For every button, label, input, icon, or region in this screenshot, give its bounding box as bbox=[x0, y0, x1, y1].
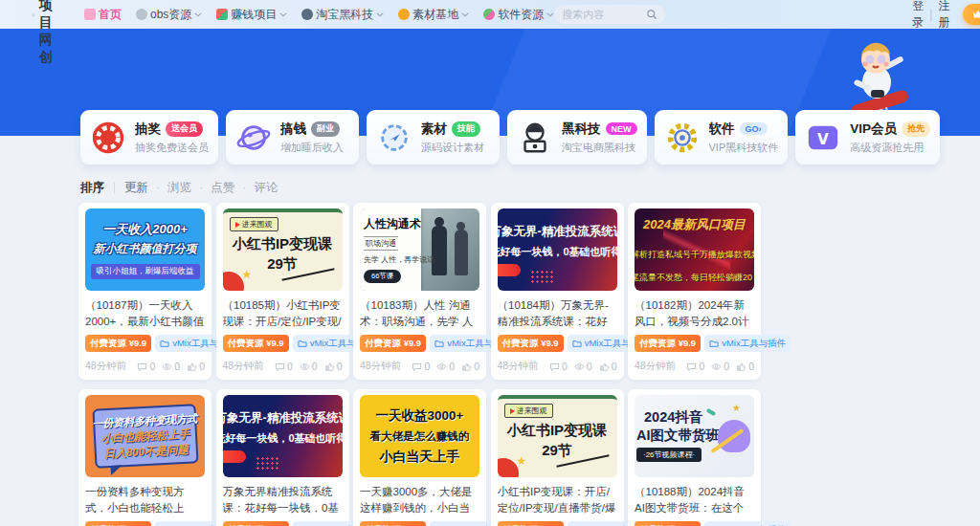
content-card[interactable]: 一天收益3000+ 看大佬是怎么赚钱的 小白当天上手 一天赚3000多，大佬是这… bbox=[353, 389, 486, 526]
eye-icon bbox=[436, 362, 447, 372]
feature-material[interactable]: 素材 技能 源码设计素材 bbox=[367, 110, 500, 164]
watch-badge: 进来围观 bbox=[504, 404, 553, 418]
card-thumbnail[interactable]: 进来围观 小红书IP变现课 29节 ★ bbox=[498, 395, 617, 477]
main-nav: 首页 obs资源 赚钱项目 淘宝黑科技 素材基地 软件资源 bbox=[84, 7, 554, 23]
feature-vip[interactable]: V VIP会员 抢先 高级资源抢先用 bbox=[795, 110, 940, 164]
sort-label: 排序 bbox=[80, 180, 104, 196]
sort-option-comments[interactable]: 评论 bbox=[234, 180, 278, 196]
nav-item-home[interactable]: 首页 bbox=[84, 7, 122, 23]
feature-title: 素材 bbox=[421, 121, 447, 138]
feature-lottery[interactable]: 抽奖 送会员 抽奖免费送会员 bbox=[80, 110, 218, 164]
chevron-down-icon bbox=[546, 12, 554, 17]
feature-badge: 技能 bbox=[452, 121, 480, 137]
card-thumbnail[interactable]: 一份资料多种变现方式 小白也能轻松上手 日入800不是问题 bbox=[85, 395, 205, 477]
nav-item-projects[interactable]: 赚钱项目 bbox=[216, 7, 287, 23]
sort-option-views[interactable]: 浏览 bbox=[148, 180, 191, 196]
nav-item-obs[interactable]: obs资源 bbox=[136, 7, 202, 23]
price-tag: 付费资源 ¥9.9 bbox=[360, 335, 426, 352]
search-input[interactable] bbox=[562, 9, 646, 20]
content-card[interactable]: 一天收入2000+ 新小红书颜值打分项 吸引小姐姐，刷爆后端收益 （10187期… bbox=[78, 203, 212, 380]
view-count: 0 bbox=[574, 361, 592, 372]
comment-count: 0 bbox=[549, 361, 568, 372]
content-card[interactable]: 人性沟通术 职场沟通 先学 人性，再学说话 66节课 （10183期）人性 沟通… bbox=[353, 203, 486, 380]
feature-title: 抽奖 bbox=[135, 121, 161, 138]
home-icon bbox=[84, 9, 96, 20]
comment-count: 0 bbox=[137, 361, 155, 372]
feature-title: 软件 bbox=[709, 121, 735, 138]
site-logo[interactable]: 小白项目网创 bbox=[32, 0, 61, 66]
nav-item-material[interactable]: 素材基地 bbox=[398, 7, 469, 23]
comment-count: 0 bbox=[412, 361, 430, 372]
card-title[interactable]: （10182期）2024年新风口，视频号分成2.0计划，多种玩… bbox=[635, 297, 754, 329]
badge-flower-icon bbox=[376, 120, 412, 156]
card-title[interactable]: 小红书IP变现课：开店/定位/IP变现/直播带货/爆款打造/涨价… bbox=[498, 484, 617, 515]
site-logo-text: 小白项目网创 bbox=[39, 0, 61, 66]
divider bbox=[114, 183, 115, 194]
feature-software[interactable]: 软件 GO› VIP黑科技软件 bbox=[655, 110, 789, 164]
content-card[interactable]: 进来围观 小红书IP变现课 29节 ★ （10185期）小红书IP变现课：开店/… bbox=[216, 203, 349, 380]
register-link[interactable]: 注册 bbox=[938, 0, 949, 31]
card-thumbnail[interactable]: 万象无界-精准投流系统课 花好每一块钱，0基础也听得懂 bbox=[223, 395, 343, 477]
feature-blacktech[interactable]: 黑科技 NEW 淘宝电商黑科技 bbox=[507, 110, 647, 164]
divider: | bbox=[929, 8, 932, 21]
planet-icon bbox=[235, 120, 272, 156]
content-card[interactable]: 2024最新风口项目 解析打造私域号千万播放爆款视频 尾流量不发愁，每日轻松躺赚… bbox=[628, 203, 761, 380]
content-card[interactable]: 万象无界-精准投流系统课 花好每一块钱，0基础也听得懂 万象无界精准投流系统课：… bbox=[216, 389, 349, 526]
search-icon[interactable] bbox=[646, 9, 657, 20]
thumb-up-icon bbox=[599, 362, 610, 372]
content-card[interactable]: 2024抖音 AI图文带货班 ·26节视频课程· ★ （10188期）2024抖… bbox=[628, 389, 761, 526]
search-box[interactable] bbox=[554, 5, 665, 24]
feature-badge: 抢先 bbox=[902, 121, 930, 137]
comment-icon bbox=[686, 362, 697, 372]
tool-tag[interactable]: vMix工具与插件 bbox=[704, 521, 791, 526]
thumb-up-icon bbox=[461, 362, 472, 372]
card-title[interactable]: （10185期）小红书IP变现课：开店/定位/IP变现/直播带货/… bbox=[223, 297, 343, 329]
content-card[interactable]: 一份资料多种变现方式 小白也能轻松上手 日入800不是问题 一份资料多种变现方式… bbox=[78, 389, 212, 526]
card-thumbnail[interactable]: 一天收益3000+ 看大佬是怎么赚钱的 小白当天上手 bbox=[360, 395, 479, 477]
feature-title: 搞钱 bbox=[280, 121, 306, 138]
content-card[interactable]: 进来围观 小红书IP变现课 29节 ★ 小红书IP变现课：开店/定位/IP变现/… bbox=[491, 389, 624, 526]
view-count: 0 bbox=[300, 361, 318, 372]
card-thumbnail[interactable]: 万象无界-精准投流系统课 花好每一块钱，0基础也听得懂 bbox=[498, 208, 617, 291]
like-count: 0 bbox=[187, 361, 205, 372]
post-time: 48分钟前 bbox=[498, 360, 539, 373]
eye-icon bbox=[300, 362, 310, 372]
login-link[interactable]: 登录 bbox=[912, 0, 924, 31]
feature-money[interactable]: 搞钱 副业 增加睡后收入 bbox=[226, 110, 359, 164]
card-title[interactable]: 万象无界精准投流系统课：花好每一块钱，0基础也听得懂（… bbox=[223, 484, 343, 515]
price-tag: 付费资源 ¥9.9 bbox=[85, 335, 151, 352]
sort-option-likes[interactable]: 点赞 bbox=[191, 180, 234, 196]
nav-item-software[interactable]: 软件资源 bbox=[483, 7, 554, 23]
thumb-up-icon bbox=[736, 362, 746, 372]
thumb-up-icon bbox=[324, 362, 335, 372]
card-thumbnail[interactable]: 一天收入2000+ 新小红书颜值打分项 吸引小姐姐，刷爆后端收益 bbox=[85, 208, 205, 291]
view-count: 0 bbox=[436, 361, 455, 372]
content-card[interactable]: 万象无界-精准投流系统课 花好每一块钱，0基础也听得懂 （10184期）万象无界… bbox=[491, 203, 624, 380]
gear-icon bbox=[664, 120, 701, 156]
card-title[interactable]: 一份资料多种变现方式，小白也能轻松上手，日入800不是问题 bbox=[85, 484, 205, 515]
chevron-down-icon bbox=[376, 12, 384, 17]
card-title[interactable]: （10187期）一天收入2000+，最新小红书颜值打分项目，吸… bbox=[85, 297, 205, 329]
card-thumbnail[interactable]: 2024抖音 AI图文带货班 ·26节视频课程· ★ bbox=[635, 395, 754, 477]
feature-desc: 源码设计素材 bbox=[421, 141, 484, 155]
card-title[interactable]: （10184期）万象无界-精准投流系统课：花好 每一块钱，0… bbox=[498, 297, 617, 329]
post-time: 48分钟前 bbox=[360, 360, 401, 373]
view-count: 0 bbox=[711, 361, 729, 372]
open-vip-button[interactable]: 开通会员 bbox=[963, 4, 980, 25]
flower-icon bbox=[483, 9, 495, 20]
svg-text:V: V bbox=[817, 130, 829, 147]
card-thumbnail[interactable]: 人性沟通术 职场沟通 先学 人性，再学说话 66节课 bbox=[360, 208, 479, 291]
feature-desc: 抽奖免费送会员 bbox=[135, 141, 209, 155]
nav-item-taobao[interactable]: 淘宝黑科技 bbox=[301, 7, 384, 23]
card-thumbnail[interactable]: 进来围观 小红书IP变现课 29节 ★ bbox=[223, 208, 343, 291]
hacker-icon bbox=[517, 120, 553, 156]
card-thumbnail[interactable]: 2024最新风口项目 解析打造私域号千万播放爆款视频 尾流量不发愁，每日轻松躺赚… bbox=[635, 208, 754, 291]
tool-tag[interactable]: vMix工具与插件 bbox=[704, 335, 791, 352]
feature-badge: 送会员 bbox=[166, 121, 203, 137]
sort-option-update[interactable]: 更新 bbox=[124, 180, 148, 196]
card-title[interactable]: （10188期）2024抖音AI图文带货班：在这个赛道上 乘风破… bbox=[635, 484, 754, 515]
card-title[interactable]: （10183期）人性 沟通术：职场沟通，先学 人性，再学说… bbox=[360, 297, 479, 329]
comment-count: 0 bbox=[686, 361, 704, 372]
card-title[interactable]: 一天赚3000多，大佬是这样赚到钱的，小白当天上手，穷人… bbox=[360, 484, 479, 515]
folder-icon bbox=[572, 340, 582, 348]
